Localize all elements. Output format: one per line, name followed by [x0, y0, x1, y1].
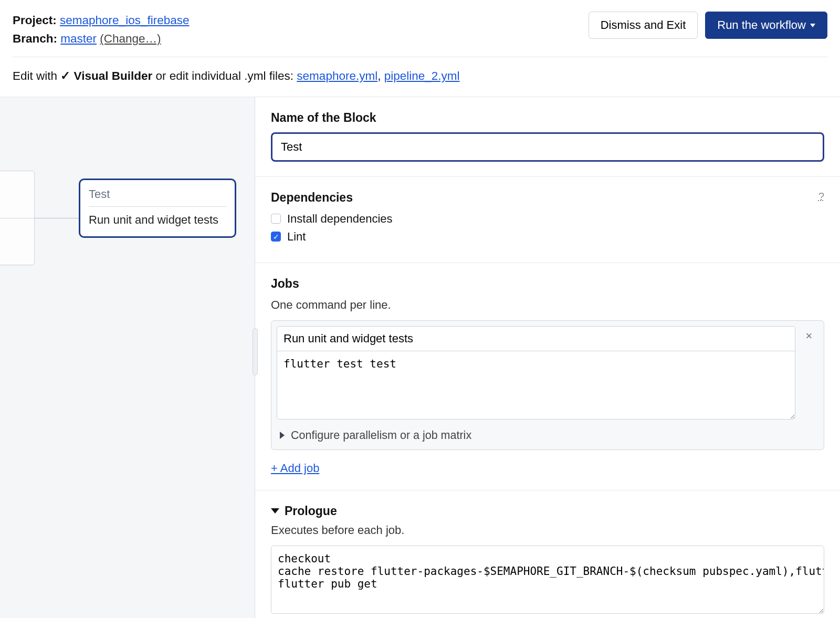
block-card-test[interactable]: Test Run unit and widget tests	[79, 179, 236, 238]
checkbox-lint[interactable]	[271, 232, 281, 242]
triangle-right-icon	[280, 432, 285, 439]
section-dependencies: ? Dependencies Install dependencies Lint	[255, 177, 840, 263]
section-prologue: Prologue Executes before each job. check…	[255, 490, 840, 618]
configure-parallelism-label: Configure parallelism or a job matrix	[291, 429, 471, 442]
dependency-label: Install dependencies	[287, 212, 393, 226]
dependencies-label: Dependencies	[271, 191, 824, 205]
run-workflow-button[interactable]: Run the workflow	[705, 12, 827, 39]
configure-parallelism-toggle[interactable]: Configure parallelism or a job matrix	[277, 422, 795, 444]
edit-midfix: or edit individual .yml files:	[155, 69, 293, 82]
triangle-down-icon	[271, 508, 279, 514]
yml-file-1-link[interactable]: semaphore.yml	[297, 69, 377, 82]
add-job-link[interactable]: + Add job	[271, 462, 319, 475]
dependency-item: Lint	[271, 230, 824, 244]
job-name-input[interactable]	[277, 326, 795, 351]
job-commands-textarea[interactable]: flutter test test	[277, 351, 795, 420]
dismiss-button[interactable]: Dismiss and Exit	[589, 12, 698, 39]
close-icon: ×	[806, 329, 813, 343]
block-editor-panel: Name of the Block ? Dependencies Install…	[255, 97, 840, 618]
project-label: Project:	[13, 14, 57, 27]
connector-line	[35, 218, 79, 218]
job-row: flutter test test Configure parallelism …	[271, 320, 824, 450]
section-jobs: Jobs One command per line. flutter test …	[255, 263, 840, 490]
branch-link[interactable]: master	[60, 32, 97, 45]
prologue-subtext: Executes before each job.	[271, 523, 824, 537]
yml-file-2-link[interactable]: pipeline_2.yml	[384, 69, 460, 82]
run-workflow-label: Run the workflow	[717, 18, 806, 32]
block-card-job: Run unit and widget tests	[89, 213, 226, 227]
block-name-input[interactable]	[271, 132, 824, 162]
project-link[interactable]: semaphore_ios_firebase	[60, 14, 189, 27]
dependency-item: Install dependencies	[271, 212, 824, 226]
project-meta: Project: semaphore_ios_firebase Branch: …	[13, 12, 189, 48]
help-icon[interactable]: ?	[818, 191, 824, 203]
edit-mode-row: Edit with ✓ Visual Builder or edit indiv…	[0, 57, 840, 97]
pipeline-canvas[interactable]: Test Run unit and widget tests	[0, 97, 255, 618]
block-card-title: Test	[89, 187, 226, 201]
prologue-toggle[interactable]: Prologue	[271, 504, 824, 518]
name-label: Name of the Block	[271, 111, 824, 125]
prologue-commands-textarea[interactable]: checkout cache restore flutter-packages-…	[271, 546, 824, 614]
resize-handle[interactable]	[253, 328, 258, 375]
remove-job-button[interactable]: ×	[800, 326, 818, 444]
jobs-subtext: One command per line.	[271, 298, 824, 312]
prologue-label: Prologue	[285, 504, 337, 518]
upstream-block-card[interactable]	[0, 171, 35, 265]
edit-prefix: Edit with	[13, 69, 57, 82]
branch-label: Branch:	[13, 32, 57, 45]
change-branch-link[interactable]: (Change…)	[100, 32, 161, 45]
section-name: Name of the Block	[255, 97, 840, 177]
checkbox-install-dependencies[interactable]	[271, 214, 281, 224]
caret-down-icon	[810, 24, 815, 27]
check-icon: ✓	[60, 69, 70, 82]
jobs-label: Jobs	[271, 277, 824, 291]
visual-builder-label[interactable]: Visual Builder	[74, 69, 153, 82]
dependency-label: Lint	[287, 230, 306, 244]
